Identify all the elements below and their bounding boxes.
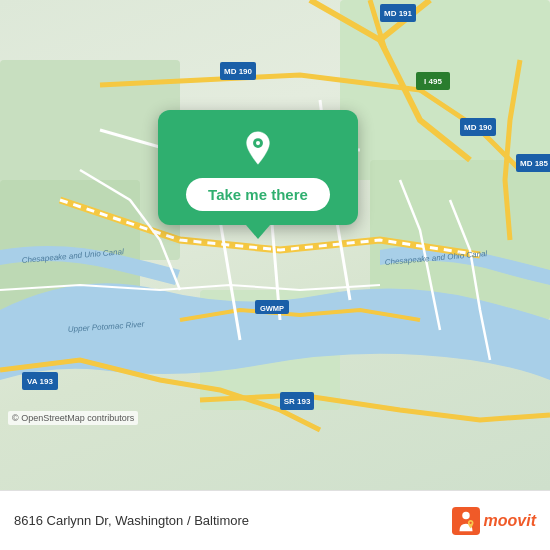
svg-text:MD 190: MD 190 <box>224 67 253 76</box>
address-label: 8616 Carlynn Dr, Washington / Baltimore <box>14 513 249 528</box>
svg-text:GWMP: GWMP <box>260 304 284 313</box>
map-container: MD 191 I 495 MD 190 MD 190 MD 185 VA 193… <box>0 0 550 490</box>
svg-text:MD 191: MD 191 <box>384 9 413 18</box>
location-pin-icon <box>236 126 280 170</box>
moovit-logo: moovit <box>452 507 536 535</box>
map-attribution: © OpenStreetMap contributors <box>8 411 138 425</box>
svg-text:MD 190: MD 190 <box>464 123 493 132</box>
svg-point-25 <box>256 141 260 145</box>
moovit-text-label: moovit <box>484 512 536 530</box>
bottom-bar: 8616 Carlynn Dr, Washington / Baltimore … <box>0 490 550 550</box>
svg-text:VA 193: VA 193 <box>27 377 53 386</box>
popup-card: Take me there <box>158 110 358 225</box>
svg-text:MD 185: MD 185 <box>520 159 549 168</box>
svg-text:I 495: I 495 <box>424 77 442 86</box>
svg-text:SR 193: SR 193 <box>284 397 311 406</box>
moovit-icon <box>452 507 480 535</box>
take-me-there-button[interactable]: Take me there <box>186 178 330 211</box>
svg-point-27 <box>462 511 469 518</box>
svg-point-28 <box>469 521 471 523</box>
